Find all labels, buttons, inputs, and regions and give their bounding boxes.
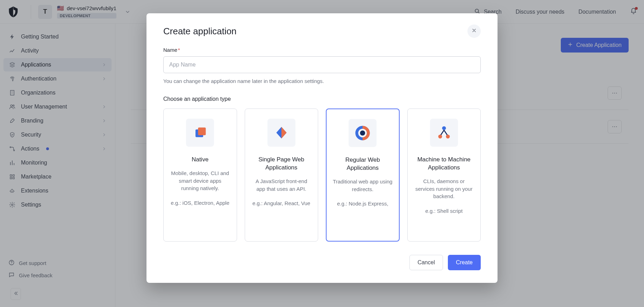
app-type-description: Mobile, desktop, CLI and smart device ap… [170, 169, 230, 192]
svg-point-19 [446, 135, 450, 139]
app-type-icon [186, 119, 214, 147]
svg-point-17 [442, 126, 446, 130]
app-type-description: Traditional web app using redirects. [333, 178, 393, 193]
name-field-label: Name* [163, 47, 481, 53]
modal-title: Create application [163, 26, 237, 37]
cancel-button[interactable]: Cancel [409, 255, 443, 270]
app-type-card-regular[interactable]: Regular Web ApplicationsTraditional web … [326, 109, 400, 242]
app-type-example: e.g.: iOS, Electron, Apple [171, 199, 229, 207]
close-icon [471, 28, 477, 35]
app-type-description: CLIs, daemons or services running on you… [414, 177, 474, 200]
svg-point-18 [438, 135, 442, 139]
app-type-title: Single Page Web Applications [251, 156, 312, 172]
app-type-title: Machine to Machine Applications [414, 156, 474, 172]
modal-close-button[interactable] [467, 25, 481, 38]
app-type-description: A JavaScript front-end app that uses an … [251, 177, 312, 193]
create-application-modal: Create application Name* You can change … [146, 13, 498, 283]
app-type-card-spa[interactable]: Single Page Web ApplicationsA JavaScript… [245, 109, 319, 242]
app-type-card-m2m[interactable]: Machine to Machine ApplicationsCLIs, dae… [407, 109, 481, 242]
modal-header: Create application [146, 13, 498, 40]
modal-overlay[interactable]: Create application Name* You can change … [0, 0, 644, 307]
app-type-example: e.g.: Shell script [425, 207, 463, 215]
app-type-section-label: Choose an application type [163, 96, 481, 102]
svg-point-16 [360, 131, 365, 136]
svg-rect-14 [198, 127, 206, 135]
required-marker: * [178, 47, 180, 53]
app-type-title: Native [192, 156, 208, 164]
app-type-icon [349, 119, 377, 147]
app-type-title: Regular Web Applications [333, 156, 393, 172]
application-name-input[interactable] [163, 56, 481, 73]
app-type-example: e.g.: Node.js Express, [337, 200, 388, 208]
app-type-icon [267, 119, 295, 147]
create-button[interactable]: Create [448, 255, 481, 270]
app-type-example: e.g.: Angular, React, Vue [252, 200, 310, 207]
name-help-text: You can change the application name late… [163, 78, 481, 84]
modal-body: Name* You can change the application nam… [146, 40, 498, 245]
app-type-icon [430, 119, 458, 147]
app-type-card-native[interactable]: NativeMobile, desktop, CLI and smart dev… [163, 109, 237, 242]
modal-footer: Cancel Create [146, 245, 498, 283]
app-type-grid: NativeMobile, desktop, CLI and smart dev… [163, 109, 481, 245]
